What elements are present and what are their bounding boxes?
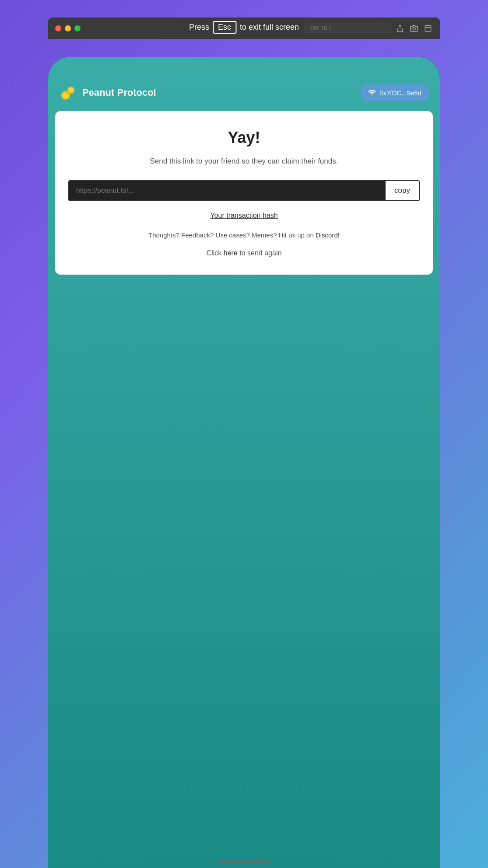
phone-device: Peanut Protocol 0x7fDC...9e5d Yay! Send … xyxy=(48,57,440,868)
fullscreen-suffix-text: to exit full screen xyxy=(240,23,299,32)
share-icon[interactable] xyxy=(395,24,405,33)
discord-link[interactable]: Discord! xyxy=(316,231,340,239)
fullscreen-press-text: Press xyxy=(189,23,209,32)
send-again-link[interactable]: here xyxy=(224,249,238,257)
send-again-prefix: Click xyxy=(207,249,222,257)
svg-rect-1 xyxy=(425,25,431,31)
minimize-button[interactable] xyxy=(65,25,71,31)
send-again-suffix: to send again xyxy=(239,249,281,257)
copy-button[interactable]: copy xyxy=(385,181,419,200)
toolbar-icons xyxy=(395,24,433,33)
fullscreen-notification: Press Esc to exit full screen xyxy=(189,21,299,34)
svg-point-5 xyxy=(63,93,68,98)
main-card: Yay! Send this link to your friend so th… xyxy=(55,111,433,275)
esc-key-badge: Esc xyxy=(213,21,236,34)
wallet-address-label: 0x7fDC...9e5d xyxy=(379,89,421,97)
logo-area: Peanut Protocol xyxy=(59,83,156,102)
close-button[interactable] xyxy=(55,25,61,31)
subtitle-text: Send this link to your friend so they ca… xyxy=(68,156,420,167)
svg-point-0 xyxy=(413,27,415,30)
home-indicator xyxy=(218,861,270,863)
app-header: Peanut Protocol 0x7fDC...9e5d xyxy=(48,57,440,111)
send-again-text: Click here to send again xyxy=(68,249,420,257)
feedback-text: Thoughts? Feedback? Use cases? Memes? Hi… xyxy=(68,230,420,241)
success-heading: Yay! xyxy=(68,129,420,147)
screenshot-icon[interactable] xyxy=(409,24,419,33)
transaction-hash-link[interactable]: Your transaction hash xyxy=(68,212,420,220)
address-bar[interactable]: 192.16.1 xyxy=(304,23,392,34)
fullscreen-button[interactable] xyxy=(74,25,81,31)
link-copy-row: copy xyxy=(68,180,420,201)
wallet-icon xyxy=(368,89,376,97)
svg-point-6 xyxy=(69,88,73,92)
window-icon[interactable] xyxy=(423,24,433,33)
feedback-prefix: Thoughts? Feedback? Use cases? Memes? Hi… xyxy=(148,231,314,239)
wallet-connect-button[interactable]: 0x7fDC...9e5d xyxy=(360,84,429,101)
app-title: Peanut Protocol xyxy=(82,87,156,98)
claim-link-input[interactable] xyxy=(69,181,385,200)
phone-screen: Peanut Protocol 0x7fDC...9e5d Yay! Send … xyxy=(48,57,440,868)
peanut-logo-icon xyxy=(59,83,78,102)
